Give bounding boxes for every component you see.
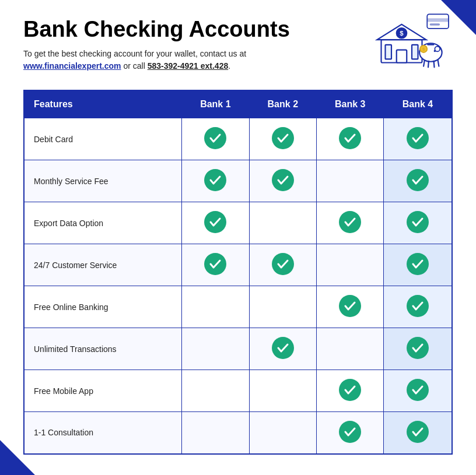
bank3-cell [317, 286, 384, 328]
table-header-row: Features Bank 1 Bank 2 Bank 3 Bank 4 [24, 90, 452, 118]
feature-cell: Unlimited Transactions [24, 328, 182, 370]
check-icon [407, 169, 429, 191]
bank4-cell [384, 160, 452, 202]
svg-line-13 [438, 60, 439, 66]
comparison-table: Features Bank 1 Bank 2 Bank 3 Bank 4 Deb… [23, 90, 453, 455]
bank3-cell [317, 412, 384, 454]
table-row: 24/7 Customer Service [24, 244, 452, 286]
bank1-cell [182, 244, 249, 286]
header-text: Bank Checking Accounts To get the best c… [23, 17, 290, 72]
table-row: Monthly Service Fee [24, 160, 452, 202]
check-icon [339, 127, 361, 149]
check-icon [272, 337, 294, 359]
bank2-cell [249, 328, 316, 370]
feature-cell: 24/7 Customer Service [24, 244, 182, 286]
feature-cell: Free Online Banking [24, 286, 182, 328]
bank2-cell [249, 118, 316, 160]
table-row: 1-1 Consultation [24, 412, 452, 454]
check-icon [272, 169, 294, 191]
svg-rect-9 [427, 44, 434, 45]
bank2-cell [249, 244, 316, 286]
feature-cell: Export Data Option [24, 202, 182, 244]
page-wrapper: Bank Checking Accounts To get the best c… [0, 0, 476, 475]
check-icon [407, 421, 429, 443]
bank4-cell [384, 328, 452, 370]
bank3-cell [317, 202, 384, 244]
svg-text:$: $ [422, 47, 425, 52]
subtitle-paragraph: To get the best checking account for you… [23, 48, 290, 72]
website-link[interactable]: www.financialexpert.com [23, 61, 121, 71]
table-row: Free Online Banking [24, 286, 452, 328]
bank3-cell [317, 328, 384, 370]
check-icon [204, 211, 226, 233]
svg-text:$: $ [400, 30, 404, 37]
svg-rect-2 [397, 50, 407, 63]
check-icon [407, 295, 429, 317]
feature-cell: Monthly Service Fee [24, 160, 182, 202]
header-bank4: Bank 4 [384, 90, 452, 118]
check-icon [407, 211, 429, 233]
contact-text: or call [123, 61, 145, 71]
check-icon [204, 127, 226, 149]
page-title: Bank Checking Accounts [23, 17, 290, 42]
check-icon [407, 379, 429, 401]
bank1-cell [182, 412, 249, 454]
header-bank3: Bank 3 [317, 90, 384, 118]
svg-rect-19 [430, 23, 440, 26]
check-icon [339, 379, 361, 401]
bank1-cell [182, 286, 249, 328]
table-row: Debit Card [24, 118, 452, 160]
header-features: Features [24, 90, 182, 118]
bank2-cell [249, 286, 316, 328]
check-icon [204, 169, 226, 191]
header-bank2: Bank 2 [249, 90, 316, 118]
svg-line-12 [434, 61, 435, 68]
check-icon [407, 253, 429, 275]
bank3-cell [317, 118, 384, 160]
svg-rect-4 [412, 45, 418, 59]
check-icon [407, 127, 429, 149]
phone-number: 583-392-4921 ext.428 [148, 61, 229, 71]
check-icon [407, 337, 429, 359]
header-bank1: Bank 1 [182, 90, 249, 118]
bank-illustration: $ $ [371, 12, 453, 76]
bank2-cell [249, 202, 316, 244]
bank1-cell [182, 328, 249, 370]
check-icon [339, 295, 361, 317]
bank3-cell [317, 244, 384, 286]
table-row: Unlimited Transactions [24, 328, 452, 370]
bank4-cell [384, 286, 452, 328]
bank1-cell [182, 370, 249, 412]
bank4-cell [384, 202, 452, 244]
feature-cell: 1-1 Consultation [24, 412, 182, 454]
feature-cell: Debit Card [24, 118, 182, 160]
table-row: Free Mobile App [24, 370, 452, 412]
check-icon [272, 253, 294, 275]
bank2-cell [249, 370, 316, 412]
feature-cell: Free Mobile App [24, 370, 182, 412]
check-icon [339, 421, 361, 443]
bank1-cell [182, 160, 249, 202]
svg-line-11 [428, 61, 429, 68]
bank4-cell [384, 244, 452, 286]
bank4-cell [384, 370, 452, 412]
svg-line-10 [424, 60, 425, 66]
table-row: Export Data Option [24, 202, 452, 244]
check-icon [339, 211, 361, 233]
svg-point-14 [434, 50, 436, 52]
bank3-cell [317, 160, 384, 202]
svg-rect-18 [427, 18, 449, 22]
bank1-cell [182, 202, 249, 244]
header-section: Bank Checking Accounts To get the best c… [23, 17, 453, 76]
svg-rect-3 [386, 45, 392, 59]
bank4-cell [384, 412, 452, 454]
bank2-cell [249, 412, 316, 454]
bank4-cell [384, 118, 452, 160]
check-icon [204, 253, 226, 275]
bank1-cell [182, 118, 249, 160]
subtitle-text: To get the best checking account for you… [23, 49, 246, 58]
bank3-cell [317, 370, 384, 412]
check-icon [272, 127, 294, 149]
bank2-cell [249, 160, 316, 202]
